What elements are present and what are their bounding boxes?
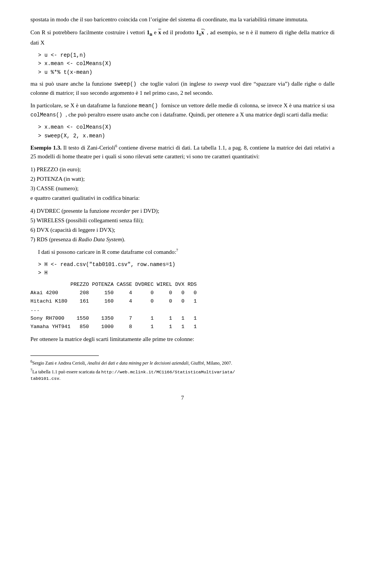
data-table: PREZZO POTENZA CASSE DVDREC WIREL DVX RD… [30,280,335,331]
colmeans-function-inline: colMeans() [30,112,65,118]
dati-intro-paragraph: I dati si possono caricare in R come dat… [30,247,335,257]
list-item-4: 4) DVDREC (presente la funzione recorder… [30,207,335,215]
sweep-function-inline: sweep() [114,81,140,87]
code-block-2: > x.mean <- colMeans(X) > sweep(X, 2, x.… [38,123,335,140]
footnote-sup-7: 7 [30,368,32,372]
url-code: http://web.mclink.it/MC1166/StatisticaMu… [30,370,235,381]
list-item-1: 1) PREZZO (in euro); [30,165,335,174]
in-particolare-paragraph: In particolare, se X è un dataframe la f… [30,101,335,119]
list-item-2: 2) POTENZA (in watt); [30,175,335,183]
esempio-text: Il testo di Zani-Cerioli6 contiene diver… [30,145,335,159]
quant-list: 1) PREZZO (in euro); 2) POTENZA (in watt… [30,165,335,193]
esempio-label: Esempio 1.3. [30,145,62,151]
rds-italic: Radio Data System [78,236,122,242]
code-block-3: > H <- read.csv("tab0101.csv", row.names… [38,260,335,277]
code-block-1: > u <- rep(1,n) > x.mean <- colMeans(X) … [38,51,335,76]
footnote-7: 7La tabella 1.1 può essere scaricata da … [30,368,335,382]
sup-7: 7 [176,248,178,252]
footnote-6: 6Sergio Zani e Andrea Cerioli, Analisi d… [30,359,335,367]
esempio-paragraph: Esempio 1.3. Il testo di Zani-Cerioli6 c… [30,143,335,161]
qual-intro: e quattro caratteri qualitativi in codif… [30,194,335,202]
footnote-divider [30,355,99,356]
page-number: 7 [30,394,335,402]
bold-1n-2: 1 [196,29,199,35]
con-r-paragraph: Con R si potrebbero facilmente costruire… [30,28,335,47]
footnote-sup-6: 6 [30,359,32,363]
list-item-5: 5) WIRELESS (possibili collegamenti senz… [30,216,335,225]
footnotes: 6Sergio Zani e Andrea Cerioli, Analisi d… [30,359,335,382]
to-sweep-italic: to sweep [208,81,230,87]
recorder-italic: recorder [111,208,130,214]
intro-paragraph: spostata in modo che il suo baricentro c… [30,15,335,24]
list-item-7: 7) RDS (presenza di Radio Data System). [30,235,335,244]
sweep-paragraph: ma si può usare anche la funzione sweep(… [30,80,335,97]
page-content: spostata in modo che il suo baricentro c… [30,15,335,402]
book-title-italic: Analisi dei dati e data mining per le de… [87,360,188,366]
qual-list: 4) DVDREC (presente la funzione recorder… [30,207,335,244]
bold-1n: 1n [147,29,152,35]
subscript-n: n [149,32,152,37]
sup-T: ' [204,29,205,33]
sup-6: 6 [115,144,117,148]
list-item-3: 3) CASSE (numero); [30,184,335,193]
mean-function-inline: mean() [139,103,161,109]
per-ottenere-paragraph: Per ottenere la matrice degli scarti lim… [30,335,335,344]
list-item-6: 6) DVX (capacità di leggere i DVX); [30,226,335,234]
